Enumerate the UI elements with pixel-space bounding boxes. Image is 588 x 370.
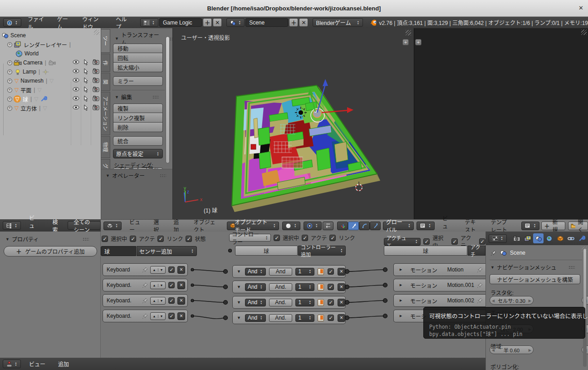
editor-type-stepper[interactable]: ▲▼	[14, 223, 18, 228]
sensor-active-checkbox[interactable]: ✓	[168, 282, 175, 288]
renderability-camera-icon[interactable]	[93, 59, 99, 65]
tab-create[interactable]: 作	[101, 54, 110, 72]
operator-panel-header[interactable]: ▼ オペレーター	[101, 169, 172, 179]
sensor-reorder-buttons[interactable]: ▲▼	[150, 266, 166, 274]
expand-icon[interactable]: +	[7, 69, 12, 74]
text-datablock-stepper[interactable]: ▲▼	[533, 223, 536, 228]
renderability-camera-icon[interactable]	[93, 105, 99, 110]
outliner-row-navmesh[interactable]: + ▽ Navmesh | ▽	[0, 76, 101, 85]
actuator-row[interactable]: ▼ モーション Motion.001	[393, 279, 485, 291]
scale-button[interactable]: 拡大縮小	[113, 63, 163, 72]
selectability-cursor-icon[interactable]	[83, 77, 88, 84]
pin-icon[interactable]	[477, 298, 483, 304]
outliner-row-cube[interactable]: + ▽ 立方体 | ▽	[0, 104, 101, 113]
tab-physics[interactable]: 物理	[101, 136, 110, 158]
sensor-delete-button[interactable]: ×	[177, 281, 185, 289]
view3d-menu-object[interactable]: オブジェクト	[187, 218, 224, 233]
expand-triangle-icon[interactable]: ▼	[237, 269, 241, 274]
add-screen-layout-button[interactable]: ＋	[203, 18, 212, 27]
texteditor-region-expand-button[interactable]: +	[415, 39, 421, 45]
outliner-row-scene[interactable]: Scene	[0, 31, 101, 40]
tab-relations[interactable]: 関	[101, 73, 110, 91]
sensor-delete-button[interactable]: ×	[177, 297, 185, 305]
expand-triangle-icon[interactable]: ▼	[237, 285, 241, 289]
tab-modifiers[interactable]	[577, 233, 587, 243]
mode-dropdown[interactable]: オブジェクトモード ▲▼	[227, 222, 279, 230]
renderability-camera-icon[interactable]	[93, 87, 99, 92]
controller-name-field[interactable]: And.	[269, 314, 293, 322]
outliner-menu-search[interactable]: 検索	[46, 218, 66, 233]
logic-properties-panel-header[interactable]: ▼ プロパティ	[0, 232, 100, 243]
editor-type-stepper[interactable]: ▲▼	[428, 223, 431, 228]
set-origin-dropdown[interactable]: 原点を設定 ▲▼	[113, 149, 163, 158]
selectability-cursor-icon[interactable]	[83, 68, 88, 74]
selectability-cursor-icon[interactable]	[83, 95, 88, 102]
controller-type-dropdown[interactable]: And▲▼	[245, 314, 266, 322]
tab-constraints[interactable]	[566, 233, 576, 243]
window-titlebar[interactable]: Blender [/home/isao/Dropbox/blender-work…	[0, 0, 588, 17]
add-game-property-button[interactable]: ＋ ゲームのプロパティ追加	[4, 246, 97, 257]
controller-state-stepper[interactable]: 1▲▼	[295, 299, 314, 306]
text-editor[interactable]: +	[414, 28, 588, 219]
move-button[interactable]: 移動	[113, 44, 163, 53]
viewport-shading-dropdown[interactable]: ▲▼	[282, 222, 300, 230]
editor-type-stepper[interactable]: ▲▼	[14, 362, 18, 366]
add-scene-button[interactable]: ＋	[289, 18, 298, 27]
expand-triangle-icon[interactable]: ▼	[237, 300, 241, 305]
sensor-reorder-buttons[interactable]: ▲▼	[150, 297, 166, 305]
info-editor-type-button[interactable]: i ▲▼	[3, 18, 21, 27]
selectability-cursor-icon[interactable]	[83, 86, 88, 93]
controller-type-dropdown[interactable]: And▲▼	[245, 299, 266, 306]
manipulate-center-points-toggle[interactable]	[323, 222, 333, 230]
new-text-button[interactable]: ＋ 新規	[541, 222, 565, 230]
controller-delete-button[interactable]: ×	[338, 299, 345, 306]
controller-type-dropdown[interactable]: And▲▼	[245, 268, 266, 276]
pin-icon[interactable]	[142, 267, 148, 273]
renderability-camera-icon[interactable]	[93, 96, 99, 101]
controller-type-dropdown[interactable]: And▲▼	[245, 283, 266, 291]
pin-icon[interactable]	[142, 282, 148, 288]
actuators-visible-dropdown[interactable]: アクチュエ...▲▼	[384, 238, 421, 246]
pin-icon[interactable]	[477, 267, 483, 273]
pin-icon[interactable]	[477, 282, 483, 288]
manipulator-toggle-button[interactable]	[337, 222, 348, 230]
breadcrumb-scene-name[interactable]: Scene	[510, 250, 525, 256]
controller-state-stepper[interactable]: 1▲▼	[295, 283, 314, 291]
navmesh-panel-header[interactable]: ▼ ナビゲーションメッシュ	[490, 263, 575, 271]
outliner-row-sphere-selected[interactable]: + ▽ 球 | ▽	[0, 94, 101, 104]
tab-scene[interactable]	[533, 233, 544, 243]
controller-delete-button[interactable]: ×	[338, 268, 345, 276]
pin-icon[interactable]	[142, 298, 148, 304]
sensor-delete-button[interactable]: ×	[177, 266, 185, 274]
transform-orientation-dropdown[interactable]: グローバル ▲▼	[383, 222, 414, 230]
controller-filter-active-checkbox[interactable]: ✓	[302, 235, 308, 241]
editor-type-stepper[interactable]: ▲▼	[15, 20, 18, 25]
delete-screen-layout-button[interactable]: ✕	[213, 18, 222, 27]
viewport-3d[interactable]: y z x ユーザー・透視投影 (1) 球 +	[172, 28, 414, 219]
controller-state-icon[interactable]	[318, 299, 324, 306]
visibility-eye-icon[interactable]	[73, 78, 79, 83]
outliner-row-world[interactable]: World	[0, 49, 101, 58]
expand-triangle-icon[interactable]: ▼	[398, 268, 403, 272]
sensor-delete-button[interactable]: ×	[177, 312, 185, 320]
controllers-visible-dropdown[interactable]: コントローラー▲▼	[229, 234, 271, 242]
panel-drag-dots[interactable]	[83, 237, 89, 241]
renderability-camera-icon[interactable]	[93, 78, 99, 83]
edit-panel-header[interactable]: ▼ 編集	[115, 93, 159, 101]
expand-icon[interactable]: +	[7, 79, 12, 84]
logic-editor-type-button[interactable]: ▲▼	[3, 360, 21, 368]
pin-icon[interactable]	[490, 250, 496, 256]
add-sensor-dropdown[interactable]: センサー追加 ▲▼	[137, 246, 197, 256]
editor-type-stepper[interactable]: ▲▼	[500, 236, 504, 241]
sensor-reorder-buttons[interactable]: ▲▼	[150, 281, 166, 289]
logic-menu-add[interactable]: 追加	[52, 360, 75, 368]
expand-icon[interactable]: +	[7, 97, 12, 102]
translate-manipulator-button[interactable]	[348, 222, 359, 230]
duplicate-button[interactable]: 複製	[113, 104, 163, 113]
scene-name-field[interactable]: Scene	[245, 18, 288, 27]
open-text-button[interactable]: 開く	[568, 222, 588, 230]
selectability-cursor-icon[interactable]	[83, 59, 88, 65]
actuator-filter-active-checkbox[interactable]: ✓	[451, 238, 458, 245]
camera-data-icon[interactable]	[49, 60, 56, 66]
logic-menu-view[interactable]: ビュー	[23, 360, 52, 368]
